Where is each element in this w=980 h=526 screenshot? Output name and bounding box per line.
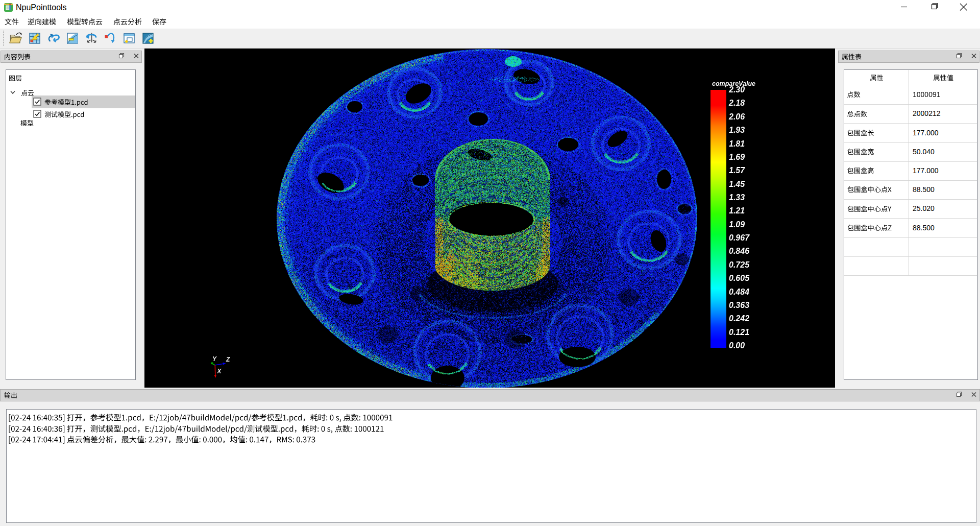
svg-text:X: X [217,368,222,375]
svg-text:Z: Z [226,356,230,363]
svg-text:Y: Y [212,355,217,363]
